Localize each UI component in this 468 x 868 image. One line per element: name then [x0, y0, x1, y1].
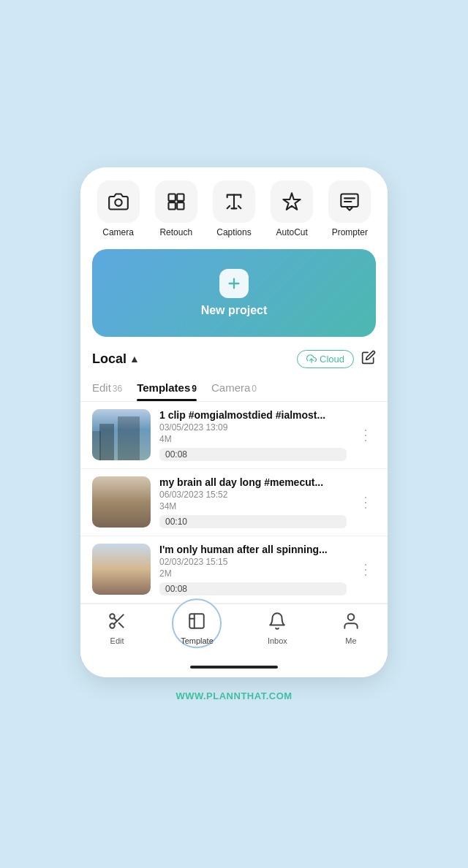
tab-templates-count: 9 — [192, 384, 197, 394]
svg-rect-1 — [168, 194, 175, 200]
local-row: Local ▲ Cloud — [80, 347, 388, 376]
svg-rect-21 — [190, 614, 205, 628]
camera-icon-box — [97, 180, 140, 223]
svg-rect-13 — [99, 424, 114, 460]
tool-autocut[interactable]: AutoCut — [271, 180, 313, 237]
thumb-svg-1 — [92, 409, 151, 460]
tab-edit[interactable]: Edit 36 — [92, 376, 122, 401]
tools-row: Camera Retouch — [80, 167, 388, 245]
nav-edit-label: Edit — [110, 636, 124, 645]
nav-me[interactable]: Me — [341, 612, 361, 645]
retouch-label: Retouch — [159, 227, 192, 237]
scissors-icon — [107, 612, 127, 633]
project-date-1: 03/05/2023 13:09 — [159, 422, 347, 433]
cloud-label: Cloud — [320, 354, 344, 365]
cloud-button[interactable]: Cloud — [297, 350, 354, 368]
tabs-row: Edit 36 Templates 9 Camera 0 — [80, 376, 388, 402]
tool-prompter[interactable]: Prompter — [328, 180, 371, 237]
tool-retouch[interactable]: Retouch — [155, 180, 197, 237]
home-indicator — [80, 657, 388, 677]
svg-point-24 — [348, 614, 355, 620]
list-item[interactable]: I'm only human after all spinning... 02/… — [80, 536, 388, 604]
project-title-2: my brain all day long #memecut... — [159, 476, 347, 488]
svg-line-19 — [119, 623, 124, 627]
prompter-label: Prompter — [332, 227, 368, 237]
camera-icon — [108, 191, 129, 212]
svg-rect-15 — [92, 431, 101, 460]
project-info-2: my brain all day long #memecut... 06/03/… — [159, 476, 347, 528]
project-thumb-3 — [92, 544, 151, 595]
tab-templates[interactable]: Templates 9 — [137, 376, 197, 401]
tab-edit-label: Edit — [92, 381, 111, 394]
tab-camera-count: 0 — [252, 384, 257, 394]
tool-camera[interactable]: Camera — [97, 180, 140, 237]
new-project-banner[interactable]: New project — [92, 249, 376, 337]
project-date-3: 02/03/2023 15:15 — [159, 557, 347, 567]
project-info-3: I'm only human after all spinning... 02/… — [159, 544, 347, 595]
local-title[interactable]: Local ▲ — [92, 351, 140, 367]
local-caret-icon: ▲ — [129, 353, 140, 365]
captions-icon — [224, 191, 244, 212]
list-item[interactable]: 1 clip #omgialmostdied #ialmost... 03/05… — [80, 402, 388, 469]
project-size-1: 4M — [159, 434, 347, 444]
project-size-2: 34M — [159, 501, 347, 511]
prompter-icon-box — [328, 180, 371, 223]
person-icon — [341, 612, 361, 633]
bottom-nav: Edit Template Inbox — [80, 604, 388, 657]
tab-camera[interactable]: Camera 0 — [211, 376, 257, 401]
nav-me-label: Me — [345, 636, 356, 645]
indicator-bar — [190, 666, 278, 669]
nav-template[interactable]: Template — [181, 612, 214, 645]
retouch-icon-box — [155, 180, 197, 223]
svg-rect-14 — [118, 416, 140, 460]
project-thumb-2 — [92, 476, 151, 528]
tab-templates-label: Templates — [137, 381, 190, 394]
edit-icon[interactable] — [361, 350, 376, 368]
project-title-1: 1 clip #omgialmostdied #ialmost... — [159, 409, 347, 421]
bell-icon — [268, 612, 287, 633]
project-more-3[interactable]: ⋮ — [355, 557, 376, 581]
project-size-3: 2M — [159, 568, 347, 579]
tab-camera-label: Camera — [211, 381, 250, 394]
captions-icon-box — [213, 180, 255, 223]
retouch-icon — [166, 191, 186, 212]
svg-line-20 — [114, 617, 117, 620]
template-icon — [187, 612, 206, 633]
plus-svg — [226, 275, 242, 292]
prompter-icon — [339, 191, 360, 212]
nav-inbox-label: Inbox — [268, 636, 287, 645]
local-text: Local — [92, 351, 127, 367]
svg-rect-2 — [177, 194, 184, 200]
project-more-1[interactable]: ⋮ — [355, 423, 376, 446]
plus-icon — [219, 269, 249, 298]
camera-label: Camera — [102, 227, 134, 237]
autocut-label: AutoCut — [276, 227, 307, 237]
phone-frame: Camera Retouch — [80, 167, 388, 677]
nav-template-label: Template — [181, 636, 214, 645]
project-duration-3: 00:08 — [159, 582, 347, 595]
autocut-icon-box — [271, 180, 313, 223]
autocut-icon — [282, 191, 302, 212]
project-date-2: 06/03/2023 15:52 — [159, 490, 347, 500]
project-more-2[interactable]: ⋮ — [355, 490, 376, 514]
project-title-3: I'm only human after all spinning... — [159, 544, 347, 555]
svg-rect-4 — [177, 202, 184, 209]
cloud-icon — [306, 354, 317, 364]
tab-edit-count: 36 — [113, 384, 122, 394]
project-duration-1: 00:08 — [159, 448, 347, 461]
svg-point-0 — [115, 199, 121, 205]
new-project-label: New project — [201, 304, 268, 317]
nav-inbox[interactable]: Inbox — [268, 612, 287, 645]
project-duration-2: 00:10 — [159, 515, 347, 528]
svg-rect-3 — [168, 202, 175, 209]
nav-edit[interactable]: Edit — [107, 612, 127, 645]
captions-label: Captions — [216, 227, 251, 237]
local-actions: Cloud — [297, 350, 376, 368]
footer-url: WWW.PLANNTHAT.COM — [176, 690, 292, 701]
list-item[interactable]: my brain all day long #memecut... 06/03/… — [80, 469, 388, 536]
svg-rect-7 — [341, 194, 358, 207]
project-info-1: 1 clip #omgialmostdied #ialmost... 03/05… — [159, 409, 347, 461]
tool-captions[interactable]: Captions — [213, 180, 255, 237]
project-thumb-1 — [92, 409, 151, 460]
project-list: 1 clip #omgialmostdied #ialmost... 03/05… — [80, 402, 388, 604]
